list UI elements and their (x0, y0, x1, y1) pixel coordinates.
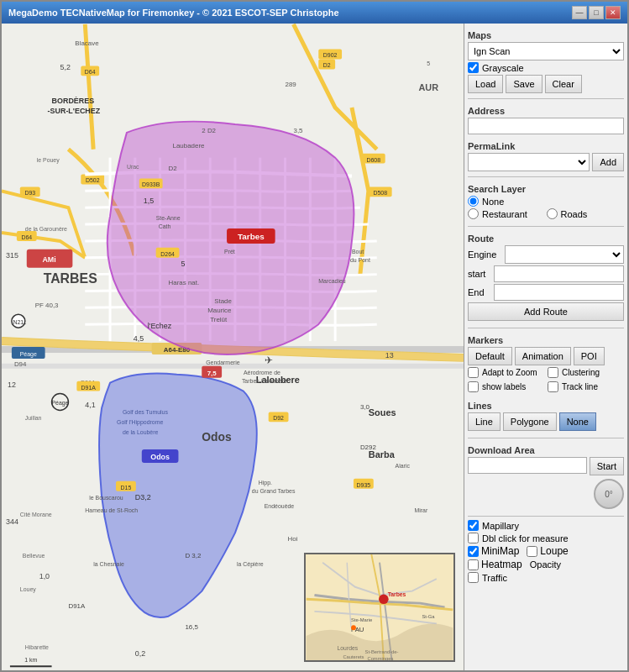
adapt-zoom-checkbox[interactable] (468, 367, 479, 378)
permalink-dropdown[interactable] (468, 153, 590, 171)
svg-text:D935: D935 (357, 482, 371, 488)
address-label: Address (468, 106, 624, 116)
svg-text:Hibarette: Hibarette (25, 644, 49, 650)
svg-text:Hipp.: Hipp. (259, 480, 272, 486)
content-area: A64-E80 D64 D502 D902 D608 (2, 24, 627, 670)
svg-text:12: 12 (8, 381, 16, 389)
svg-text:AMi: AMi (42, 255, 55, 264)
traffic-row: Traffic (468, 572, 624, 583)
svg-text:289: 289 (286, 81, 297, 88)
svg-text:1,0: 1,0 (39, 572, 50, 580)
add-permalink-button[interactable]: Add (592, 153, 624, 171)
grayscale-row: Grayscale (468, 62, 624, 73)
none-line-button[interactable]: None (559, 412, 596, 431)
search-roads-radio[interactable] (547, 208, 558, 219)
svg-text:D64: D64 (85, 69, 96, 75)
default-button[interactable]: Default (468, 347, 512, 365)
svg-text:Trelût: Trelût (210, 316, 228, 323)
svg-text:D902: D902 (323, 53, 338, 59)
load-button[interactable]: Load (468, 75, 503, 93)
save-button[interactable]: Save (506, 75, 542, 93)
svg-text:Marcadieu: Marcadieu (318, 278, 346, 284)
svg-text:Stade: Stade (214, 297, 232, 305)
svg-text:4,5: 4,5 (134, 334, 144, 343)
engine-dropdown[interactable] (505, 245, 624, 264)
adapt-zoom-label: Adapt to Zoom (482, 368, 537, 377)
search-restaurant-row: Restaurant (468, 208, 546, 219)
svg-text:Soues: Soues (369, 407, 396, 417)
show-labels-checkbox[interactable] (468, 381, 479, 392)
loupe-checkbox[interactable] (527, 546, 537, 557)
svg-text:D91A: D91A (81, 385, 97, 391)
minimize-button[interactable]: — (572, 6, 587, 19)
svg-text:Péage: Péage (20, 351, 37, 358)
minimap-checkbox[interactable] (468, 546, 479, 557)
svg-text:D608: D608 (366, 157, 380, 163)
animation-button[interactable]: Animation (515, 347, 571, 365)
svg-text:Juillan: Juillan (25, 415, 42, 421)
svg-text:13: 13 (385, 351, 394, 360)
markers-checkboxes: Adapt to Zoom Clustering show labels Tra… (468, 367, 624, 394)
clustering-checkbox[interactable] (548, 367, 558, 378)
svg-text:AUR: AUR (418, 82, 438, 92)
mapillary-label: Mapillary (482, 521, 519, 531)
svg-text:Golf des Tumulus: Golf des Tumulus (123, 409, 169, 415)
svg-text:D 3,2: D 3,2 (185, 552, 202, 559)
svg-text:0,2: 0,2 (135, 649, 145, 658)
permalink-label: PermaLink (468, 141, 624, 151)
svg-text:la Cépière: la Cépière (237, 561, 264, 568)
svg-text:16,5: 16,5 (185, 623, 198, 631)
svg-text:BORDÈRES: BORDÈRES (52, 97, 95, 105)
divider-4 (468, 328, 624, 328)
map-area[interactable]: A64-E80 D64 D502 D902 D608 (2, 24, 464, 670)
opacity-label: Opacity (530, 559, 561, 570)
window-controls: — □ ✕ (572, 6, 621, 19)
svg-text:D91A: D91A (68, 602, 86, 610)
grayscale-checkbox[interactable] (468, 62, 479, 73)
svg-text:Tarbes-Laloubère: Tarbes-Laloubère (242, 378, 287, 384)
minimap-loupe-row: MiniMap Loupe (468, 545, 624, 557)
maps-dropdown[interactable]: Ign Scan OpenStreetMap Satellite (468, 42, 624, 60)
maximize-button[interactable]: □ (589, 6, 604, 19)
search-none-radio[interactable] (468, 196, 479, 207)
track-line-checkbox[interactable] (548, 381, 558, 392)
start-download-button[interactable]: Start (590, 457, 624, 475)
poi-button[interactable]: POI (574, 347, 605, 365)
lines-buttons-row: Line Polygone None (468, 412, 624, 431)
add-route-button[interactable]: Add Route (468, 302, 624, 321)
svg-text:Haras nat.: Haras nat. (169, 279, 200, 286)
heatmap-label: Heatmap (481, 559, 522, 570)
title-bar: MegaDemo TECNativeMap for Firemonkey - ©… (2, 2, 627, 24)
compass-button[interactable]: 0° (594, 479, 624, 509)
search-restaurant-radio[interactable] (468, 208, 479, 219)
dbl-click-label: Dbl click for measure (482, 533, 569, 543)
maps-label: Maps (468, 30, 624, 40)
end-input[interactable] (494, 284, 624, 301)
mapillary-checkbox[interactable] (468, 520, 479, 531)
dbl-click-checkbox[interactable] (468, 533, 479, 543)
divider-2 (468, 176, 624, 177)
svg-text:Odos: Odos (150, 453, 170, 461)
svg-text:D92: D92 (273, 415, 284, 421)
svg-text:D94: D94 (14, 360, 27, 368)
svg-text:Gendarmerie: Gendarmerie (206, 360, 240, 365)
grayscale-label: Grayscale (482, 63, 524, 73)
start-input[interactable] (494, 265, 624, 282)
svg-text:Urac: Urac (127, 164, 139, 170)
svg-text:le Bouscarou: le Bouscarou (89, 495, 123, 501)
download-input[interactable] (468, 457, 587, 474)
traffic-checkbox[interactable] (468, 572, 479, 583)
svg-text:TARBES: TARBES (44, 271, 97, 286)
svg-text:du Grand Tarbes: du Grand Tarbes (252, 488, 296, 494)
polygone-button[interactable]: Polygone (503, 412, 557, 431)
clear-button[interactable]: Clear (545, 75, 582, 93)
heatmap-checkbox[interactable] (468, 559, 479, 570)
track-line-row: Track line (548, 381, 624, 392)
svg-text:Tarbes: Tarbes (388, 591, 406, 597)
line-button[interactable]: Line (468, 412, 501, 431)
close-button[interactable]: ✕ (605, 6, 621, 19)
svg-text:1,5: 1,5 (144, 197, 154, 205)
divider-1 (468, 98, 624, 99)
svg-text:le Pouey: le Pouey (37, 157, 60, 164)
address-input[interactable]: tarbes (468, 118, 624, 134)
